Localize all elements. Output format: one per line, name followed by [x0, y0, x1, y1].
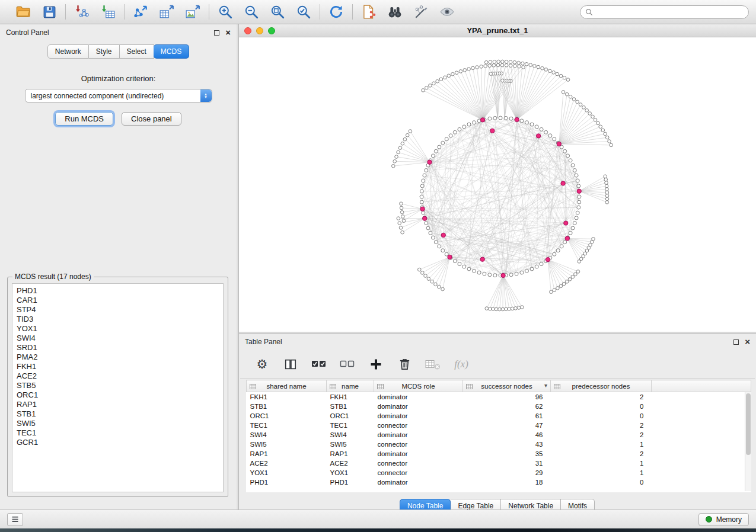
cell-predecessor-nodes[interactable]: 1 — [551, 440, 652, 449]
table-row[interactable]: SWI5SWI5connector431 — [247, 440, 751, 449]
cell-MCDS-role[interactable]: dominator — [374, 392, 463, 402]
mcds-result-item[interactable]: SWI5 — [17, 419, 219, 428]
cell-successor-nodes[interactable]: 18 — [463, 477, 551, 487]
cell-name[interactable]: SWI5 — [327, 440, 374, 449]
mcds-result-item[interactable]: FKH1 — [17, 362, 219, 371]
network-window-titlebar[interactable]: YPA_prune.txt_1 — [239, 24, 756, 37]
mcds-result-item[interactable]: YOX1 — [17, 324, 219, 334]
cell-name[interactable]: ACE2 — [327, 459, 374, 468]
cell-shared-name[interactable]: FKH1 — [247, 392, 327, 402]
optimization-criterion-select[interactable]: largest connected component (undirected)… — [25, 89, 212, 102]
close-panel-icon[interactable]: × — [745, 339, 750, 345]
cell-MCDS-role[interactable]: connector — [374, 468, 463, 477]
table-row[interactable]: STB1STB1dominator620 — [247, 402, 751, 411]
cell-predecessor-nodes[interactable]: 2 — [551, 449, 652, 459]
cell-predecessor-nodes[interactable]: 1 — [551, 459, 652, 468]
mcds-result-item[interactable]: PHD1 — [17, 286, 219, 296]
control-tab-style[interactable]: Style — [89, 44, 120, 59]
export-image-button[interactable] — [184, 3, 202, 21]
table-row[interactable]: YOX1YOX1connector291 — [247, 468, 751, 477]
table-row[interactable]: SWI4SWI4dominator462 — [247, 430, 751, 440]
column-header-name[interactable]: name — [327, 380, 374, 392]
memory-button[interactable]: Memory — [698, 513, 749, 526]
mcds-result-item[interactable]: PMA2 — [17, 352, 219, 362]
refresh-view-button[interactable] — [327, 3, 345, 21]
zoom-in-button[interactable] — [216, 3, 234, 21]
cell-successor-nodes[interactable]: 35 — [463, 449, 551, 459]
cell-shared-name[interactable]: ORC1 — [247, 411, 327, 421]
table-settings-button[interactable]: ⚙ — [254, 357, 270, 372]
annotation-pen-button[interactable] — [412, 3, 430, 21]
cell-predecessor-nodes[interactable]: 0 — [551, 402, 652, 411]
cell-predecessor-nodes[interactable]: 1 — [551, 468, 652, 477]
select-all-button[interactable] — [311, 357, 327, 372]
maximize-window-icon[interactable] — [268, 27, 275, 34]
mcds-result-item[interactable]: TID3 — [17, 315, 219, 324]
run-mcds-button[interactable]: Run MCDS — [55, 112, 113, 126]
cell-predecessor-nodes[interactable]: 2 — [551, 430, 652, 440]
delete-column-button[interactable] — [397, 357, 412, 372]
export-network-button[interactable] — [132, 3, 149, 21]
mcds-result-list[interactable]: PHD1CAR1STP4TID3YOX1SWI4SRD1PMA2FKH1ACE2… — [12, 283, 224, 492]
cell-MCDS-role[interactable]: dominator — [374, 477, 463, 487]
function-builder-button[interactable]: f(x) — [454, 357, 469, 372]
scrollbar-thumb[interactable] — [746, 393, 751, 455]
mcds-result-item[interactable]: RAP1 — [17, 400, 219, 409]
share-document-button[interactable] — [360, 3, 378, 21]
cell-MCDS-role[interactable]: connector — [374, 421, 463, 430]
cell-successor-nodes[interactable]: 46 — [463, 430, 551, 440]
cell-successor-nodes[interactable]: 62 — [463, 402, 551, 411]
column-header-shared-name[interactable]: shared name — [247, 380, 327, 392]
cell-name[interactable]: PHD1 — [327, 477, 374, 487]
minimize-window-icon[interactable] — [256, 27, 263, 34]
import-table-button[interactable] — [99, 3, 117, 21]
save-session-button[interactable] — [40, 3, 58, 21]
close-window-icon[interactable] — [244, 27, 251, 34]
table-row[interactable]: ACE2ACE2connector311 — [247, 459, 751, 468]
cell-shared-name[interactable]: ACE2 — [247, 459, 327, 468]
create-column-button[interactable] — [368, 357, 384, 372]
table-row[interactable]: PHD1PHD1dominator180 — [247, 477, 751, 487]
control-tab-select[interactable]: Select — [120, 44, 154, 59]
cell-shared-name[interactable]: STB1 — [247, 402, 327, 411]
mcds-result-item[interactable]: TEC1 — [17, 428, 219, 438]
export-table-button[interactable] — [158, 3, 176, 21]
zoom-selected-button[interactable] — [295, 3, 312, 21]
cell-shared-name[interactable]: RAP1 — [247, 449, 327, 459]
cell-successor-nodes[interactable]: 31 — [463, 459, 551, 468]
cell-MCDS-role[interactable]: dominator — [374, 449, 463, 459]
cell-shared-name[interactable]: SWI4 — [247, 430, 327, 440]
mcds-result-item[interactable]: ORC1 — [17, 390, 219, 400]
search-input[interactable] — [596, 8, 744, 16]
zoom-fit-button[interactable] — [269, 3, 286, 21]
cell-name[interactable]: SWI4 — [327, 430, 374, 440]
panel-menu-button[interactable] — [7, 513, 23, 526]
search-network-button[interactable] — [386, 3, 404, 21]
cell-shared-name[interactable]: SWI5 — [247, 440, 327, 449]
cell-name[interactable]: YOX1 — [327, 468, 374, 477]
cell-successor-nodes[interactable]: 29 — [463, 468, 551, 477]
column-header-MCDS-role[interactable]: MCDS role — [374, 380, 463, 392]
control-tab-mcds[interactable]: MCDS — [154, 44, 189, 59]
mcds-result-item[interactable]: STB5 — [17, 381, 219, 390]
cell-shared-name[interactable]: PHD1 — [247, 477, 327, 487]
cell-MCDS-role[interactable]: connector — [374, 459, 463, 468]
float-panel-icon[interactable] — [214, 30, 219, 36]
close-panel-button[interactable]: Close panel — [122, 112, 181, 126]
column-header-successor-nodes[interactable]: successor nodes▾ — [463, 380, 551, 392]
show-graphics-details-button[interactable] — [438, 3, 456, 21]
cell-shared-name[interactable]: TEC1 — [247, 421, 327, 430]
cell-predecessor-nodes[interactable]: 2 — [551, 392, 652, 402]
table-row[interactable]: FKH1FKH1dominator962 — [247, 392, 751, 402]
cell-name[interactable]: FKH1 — [327, 392, 374, 402]
cell-predecessor-nodes[interactable]: 0 — [551, 477, 652, 487]
cell-MCDS-role[interactable]: dominator — [374, 430, 463, 440]
mcds-result-item[interactable]: STP4 — [17, 305, 219, 315]
delete-table-button[interactable] — [425, 357, 441, 372]
search-box[interactable] — [580, 5, 749, 19]
cell-MCDS-role[interactable]: connector — [374, 440, 463, 449]
zoom-out-button[interactable] — [243, 3, 260, 21]
import-network-button[interactable] — [73, 3, 91, 21]
cell-MCDS-role[interactable]: dominator — [374, 411, 463, 421]
mcds-result-item[interactable]: CAR1 — [17, 296, 219, 305]
